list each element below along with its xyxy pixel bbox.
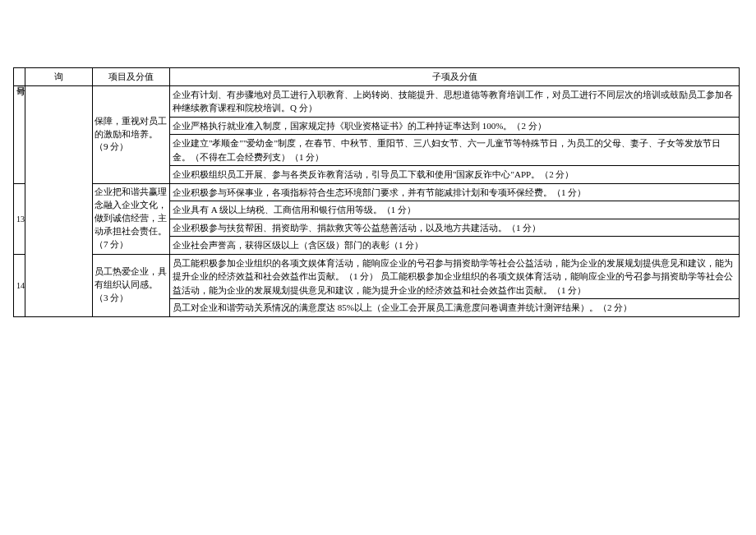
table-row: 14员工热爱企业，具有组织认同感。（3 分）员工能积极参加企业组织的各项文娱体育… (14, 254, 740, 299)
cell-sub: 企业积极组织员工开展、参与各类反诈教育活动，引导员工下载和使用"国家反诈中心"A… (170, 166, 740, 184)
cell-sub: 企业积极参与扶贫帮困、捐资助学、捐款救灾等公益慈善活动，以及地方共建活动。（1 … (170, 219, 740, 237)
header-seq: 目号 (14, 68, 25, 86)
table-row: 保障，重视对员工的激励和培养。（9 分）企业有计划、有步骤地对员工进行入职教育、… (14, 85, 740, 117)
table-row: 13企业把和谐共赢理念融入企业文化，做到诚信经营，主动承担社会责任。（7 分）企… (14, 183, 740, 201)
cell-sub: 企业严格执行就业准入制度，国家规定持《职业资格证书》的工种持证率达到 100%。… (170, 117, 740, 135)
cell-sub: 企业建立"孝顺金""爱幼金"制度，在春节、中秋节、重阳节、三八妇女节、六一儿童节… (170, 135, 740, 166)
header-sub: 子项及分值 (170, 68, 740, 86)
cell-seq: 14 (14, 254, 25, 316)
cell-category (25, 85, 93, 316)
cell-seq: 13 (14, 183, 25, 254)
header-category: 询 (25, 68, 93, 86)
cell-sub: 员工对企业和谐劳动关系情况的满意度达 85%以上（企业工会开展员工满意度问卷调查… (170, 299, 740, 317)
table-header-row: 目号 询 项目及分值 子项及分值 (14, 68, 740, 86)
cell-seq (14, 85, 25, 183)
cell-project: 企业把和谐共赢理念融入企业文化，做到诚信经营，主动承担社会责任。（7 分） (93, 183, 170, 254)
cell-sub: 企业具有 A 级以上纳税、工商信用和银行信用等级。（1 分） (170, 201, 740, 219)
evaluation-table: 目号 询 项目及分值 子项及分值 保障，重视对员工的激励和培养。（9 分）企业有… (13, 67, 740, 317)
cell-sub: 员工能积极参加企业组织的各项文娱体育活动，能响应企业的号召参与捐资助学等社会公益… (170, 254, 740, 299)
header-project: 项目及分值 (93, 68, 170, 86)
cell-project: 保障，重视对员工的激励和培养。（9 分） (93, 85, 170, 183)
cell-sub: 企业有计划、有步骤地对员工进行入职教育、上岗转岗、技能提升、思想道德等教育培训工… (170, 85, 740, 117)
cell-sub: 企业社会声誉高，获得区级以上（含区级）部门的表彰（1 分） (170, 237, 740, 255)
cell-project: 员工热爱企业，具有组织认同感。（3 分） (93, 254, 170, 316)
cell-sub: 企业积极参与环保事业，各项指标符合生态环境部门要求，并有节能减排计划和专项环保经… (170, 183, 740, 201)
